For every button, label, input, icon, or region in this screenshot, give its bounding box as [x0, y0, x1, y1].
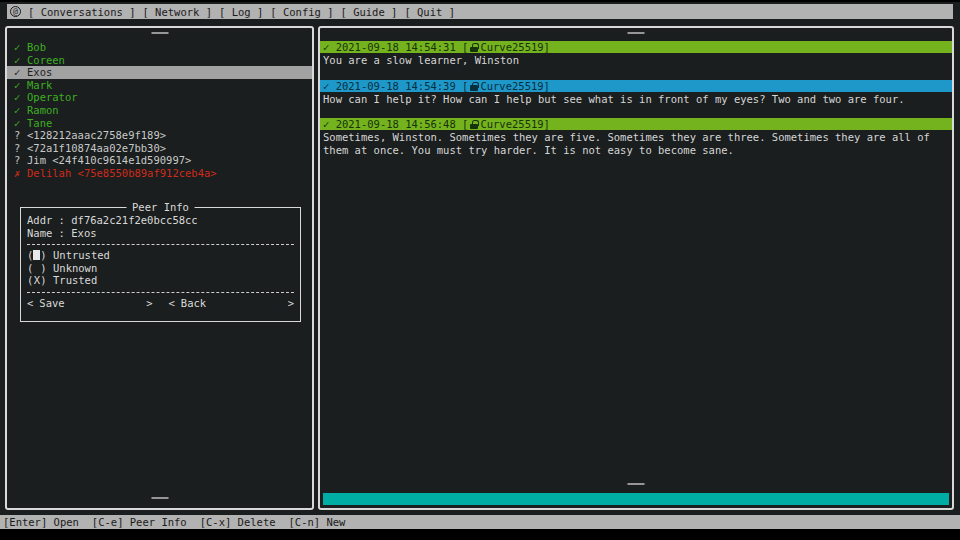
- peer-addr-line: Addr : df76a2c21f2e0bcc58cc: [27, 214, 294, 227]
- separator: [27, 244, 294, 245]
- trust-option-label: Untrusted: [53, 249, 110, 261]
- menu-item-config[interactable]: [ Config ]: [270, 6, 333, 18]
- trust-marker-icon: ✓: [14, 79, 27, 92]
- menu-item-network[interactable]: [ Network ]: [142, 6, 212, 18]
- message-encryption: Curve25519]: [480, 80, 550, 92]
- trust-marker-icon: ?: [14, 154, 27, 167]
- trust-option-label: Unknown: [53, 262, 97, 274]
- separator: [27, 292, 294, 293]
- trust-option-untrusted[interactable]: ( ) Untrusted: [27, 249, 294, 262]
- message-encryption: Curve25519]: [480, 41, 550, 53]
- contact-list: ✓Bob✓Coreen✓Exos✓Mark✓Operator✓Ramon✓Tan…: [7, 41, 312, 180]
- chat-message: ✓ 2021-09-18 14:56:48 [Curve25519]Someti…: [320, 118, 952, 156]
- message-text: How can I help it? How can I help but se…: [320, 92, 952, 106]
- keybind-hint-open: [Enter] Open: [3, 516, 79, 528]
- padlock-icon: [469, 43, 479, 52]
- chat-message: ✓ 2021-09-18 14:54:31 [Curve25519]You ar…: [320, 41, 952, 67]
- keybind-hint-peer-info: [C-e] Peer Info: [92, 516, 187, 528]
- message-timestamp: ✓ 2021-09-18 14:54:39 [: [323, 80, 468, 92]
- message-header: ✓ 2021-09-18 14:56:48 [Curve25519]: [320, 118, 952, 130]
- contact-label: <72a1f10874aa02e7bb30>: [27, 142, 166, 154]
- contact-row[interactable]: ?<72a1f10874aa02e7bb30>: [7, 142, 312, 155]
- contact-label: Exos: [27, 66, 52, 78]
- contact-label: Mark: [27, 79, 52, 91]
- contact-row[interactable]: ✓Exos: [7, 66, 312, 79]
- trust-marker-icon: ✓: [14, 91, 27, 104]
- message-timestamp: ✓ 2021-09-18 14:56:48 [: [323, 118, 468, 130]
- status-bar: [Enter] Open[C-e] Peer Info[C-x] Delete[…: [0, 515, 960, 529]
- trust-option-trusted[interactable]: (X) Trusted: [27, 274, 294, 287]
- message-list: ✓ 2021-09-18 14:54:31 [Curve25519]You ar…: [320, 41, 952, 169]
- app-logo-icon: @: [10, 6, 21, 17]
- menu-item-quit[interactable]: [ Quit ]: [404, 6, 455, 18]
- radio-close: ): [40, 262, 53, 274]
- trust-marker-icon: ✓: [14, 117, 27, 130]
- scroll-indicator-icon: [151, 32, 168, 34]
- save-button[interactable]: <Save>: [27, 297, 153, 310]
- trust-marker-icon: ?: [14, 142, 27, 155]
- contact-row[interactable]: ✓Mark: [7, 79, 312, 92]
- chat-panel: ✓ 2021-09-18 14:54:31 [Curve25519]You ar…: [318, 26, 954, 510]
- peer-info-dialog: Peer Info Addr : df76a2c21f2e0bcc58cc Na…: [20, 207, 301, 322]
- chat-message: ✓ 2021-09-18 14:54:39 [Curve25519]How ca…: [320, 80, 952, 106]
- message-text: You are a slow learner, Winston: [320, 53, 952, 67]
- keybind-hint-delete: [C-x] Delete: [200, 516, 276, 528]
- menu-bar: @ [ Conversations ][ Network ][ Log ][ C…: [7, 4, 953, 19]
- trust-options: ( ) Untrusted( ) Unknown(X) Trusted: [27, 249, 294, 287]
- trust-marker-icon: ✓: [14, 41, 27, 54]
- message-input[interactable]: [323, 493, 949, 505]
- trust-marker-icon: ✓: [14, 104, 27, 117]
- menu-item-log[interactable]: [ Log ]: [219, 6, 263, 18]
- scroll-indicator-icon: [628, 32, 645, 34]
- contact-row[interactable]: ✓Coreen: [7, 54, 312, 67]
- back-button[interactable]: <Back>: [169, 297, 295, 310]
- contact-row[interactable]: ✓Ramon: [7, 104, 312, 117]
- keybind-hint-new: [C-n] New: [289, 516, 346, 528]
- padlock-icon: [469, 120, 479, 129]
- button-spacer: [65, 297, 147, 310]
- message-timestamp: ✓ 2021-09-18 14:54:31 [: [323, 41, 468, 53]
- message-text: Sometimes, Winston. Sometimes they are f…: [320, 130, 952, 156]
- contact-row[interactable]: ?Jim <24f410c9614e1d590997>: [7, 154, 312, 167]
- trust-marker-icon: ✗: [14, 167, 27, 180]
- scroll-indicator-icon: [151, 497, 168, 499]
- trust-marker-icon: ✓: [14, 54, 27, 67]
- message-header: ✓ 2021-09-18 14:54:39 [Curve25519]: [320, 80, 952, 92]
- contact-label: Jim <24f410c9614e1d590997>: [27, 154, 191, 166]
- contact-label: Ramon: [27, 104, 59, 116]
- contact-row[interactable]: ✓Tane: [7, 117, 312, 130]
- contacts-panel: ✓Bob✓Coreen✓Exos✓Mark✓Operator✓Ramon✓Tan…: [5, 26, 314, 510]
- contact-label: Tane: [27, 117, 52, 129]
- contact-label: Coreen: [27, 54, 65, 66]
- dialog-buttons: <Save><Back>: [27, 297, 294, 310]
- message-encryption: Curve25519]: [480, 118, 550, 130]
- contact-label: Delilah <75e8550b89af912ceb4a>: [27, 167, 217, 179]
- button-label: Save: [39, 297, 64, 310]
- peer-name-line: Name : Exos: [27, 227, 294, 240]
- peer-info-title: Peer Info: [126, 201, 195, 213]
- contact-row[interactable]: ✓Operator: [7, 91, 312, 104]
- contact-label: Operator: [27, 91, 78, 103]
- radio-close: ): [40, 274, 53, 286]
- trust-marker-icon: ✓: [14, 66, 27, 79]
- button-label: Back: [181, 297, 206, 310]
- contact-label: <128212aaac2758e9f189>: [27, 129, 166, 141]
- contact-row[interactable]: ?<128212aaac2758e9f189>: [7, 129, 312, 142]
- left-arrow-icon: <: [169, 297, 175, 310]
- message-header: ✓ 2021-09-18 14:54:31 [Curve25519]: [320, 41, 952, 53]
- scroll-indicator-icon: [628, 483, 645, 485]
- trust-option-label: Trusted: [53, 274, 97, 286]
- button-spacer: [206, 297, 288, 310]
- right-arrow-icon: >: [146, 297, 152, 310]
- padlock-icon: [469, 82, 479, 91]
- left-arrow-icon: <: [27, 297, 33, 310]
- menu-bar-items: [ Conversations ][ Network ][ Log ][ Con…: [28, 6, 455, 18]
- menu-item-conversations[interactable]: [ Conversations ]: [28, 6, 135, 18]
- contact-row[interactable]: ✗Delilah <75e8550b89af912ceb4a>: [7, 167, 312, 180]
- menu-item-guide[interactable]: [ Guide ]: [341, 6, 398, 18]
- contact-label: Bob: [27, 41, 46, 53]
- contact-row[interactable]: ✓Bob: [7, 41, 312, 54]
- radio-close: ): [40, 249, 53, 261]
- trust-marker-icon: ?: [14, 129, 27, 142]
- trust-option-unknown[interactable]: ( ) Unknown: [27, 262, 294, 275]
